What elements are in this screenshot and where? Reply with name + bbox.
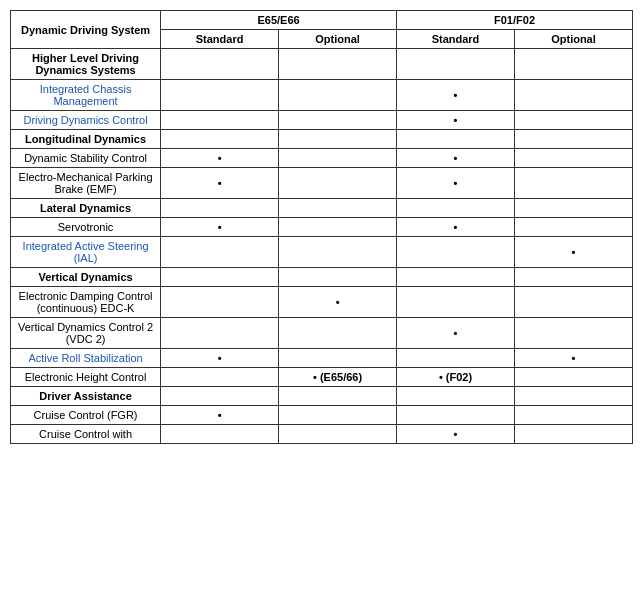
- row-label-electronic-damping: Electronic Damping Control (continuous) …: [11, 287, 161, 318]
- cell-vertical-dynamics-control-e65std: [161, 318, 279, 349]
- row-label-vertical-dynamics: Vertical Dynamics: [11, 268, 161, 287]
- cell-servotronic-f01opt: [514, 218, 632, 237]
- row-label-cruise-control-fgr: Cruise Control (FGR): [11, 406, 161, 425]
- cell-vertical-dynamics-control-e65opt: [279, 318, 397, 349]
- cell-servotronic-f01std: •: [397, 218, 515, 237]
- cell-cruise-control-with-f01opt: [514, 425, 632, 444]
- cell-driver-assistance-e65std: [161, 387, 279, 406]
- header-f0102: F01/F02: [397, 11, 633, 30]
- table-row: Higher Level Driving Dynamics Systems: [11, 49, 633, 80]
- table-row: Dynamic Stability Control••: [11, 149, 633, 168]
- cell-active-roll-f01std: [397, 349, 515, 368]
- table-row: Driving Dynamics Control•: [11, 111, 633, 130]
- row-label-electro-mechanical: Electro-Mechanical Parking Brake (EMF): [11, 168, 161, 199]
- cell-cruise-control-fgr-f01std: [397, 406, 515, 425]
- cell-integrated-chassis-f01opt: [514, 80, 632, 111]
- cell-electronic-damping-f01std: [397, 287, 515, 318]
- cell-driving-dynamics-e65std: [161, 111, 279, 130]
- table-row: Lateral Dynamics: [11, 199, 633, 218]
- cell-driving-dynamics-f01std: •: [397, 111, 515, 130]
- cell-vertical-dynamics-f01opt: [514, 268, 632, 287]
- cell-cruise-control-fgr-e65std: •: [161, 406, 279, 425]
- table-row: Electronic Height Control• (E65/66)• (F0…: [11, 368, 633, 387]
- cell-integrated-active-steering-e65std: [161, 237, 279, 268]
- cell-dynamic-stability-f01opt: [514, 149, 632, 168]
- cell-electro-mechanical-e65opt: [279, 168, 397, 199]
- row-label-active-roll: Active Roll Stabilization: [11, 349, 161, 368]
- table-row: Vertical Dynamics Control 2 (VDC 2)•: [11, 318, 633, 349]
- dynamic-driving-table: Dynamic Driving System E65/E66 F01/F02 S…: [10, 10, 633, 444]
- cell-lateral-dynamics-e65std: [161, 199, 279, 218]
- cell-longitudinal-f01std: [397, 130, 515, 149]
- table-row: Longitudinal Dynamics: [11, 130, 633, 149]
- table-row: Cruise Control (FGR)•: [11, 406, 633, 425]
- row-label-integrated-chassis: Integrated Chassis Management: [11, 80, 161, 111]
- cell-driving-dynamics-f01opt: [514, 111, 632, 130]
- cell-dynamic-stability-e65std: •: [161, 149, 279, 168]
- cell-integrated-chassis-e65opt: [279, 80, 397, 111]
- table-row: Active Roll Stabilization••: [11, 349, 633, 368]
- cell-driver-assistance-f01opt: [514, 387, 632, 406]
- cell-driving-dynamics-e65opt: [279, 111, 397, 130]
- cell-electronic-height-f01std: • (F02): [397, 368, 515, 387]
- cell-electro-mechanical-e65std: •: [161, 168, 279, 199]
- cell-vertical-dynamics-control-f01opt: [514, 318, 632, 349]
- cell-servotronic-e65opt: [279, 218, 397, 237]
- cell-lateral-dynamics-f01std: [397, 199, 515, 218]
- row-label-driver-assistance: Driver Assistance: [11, 387, 161, 406]
- cell-cruise-control-with-f01std: •: [397, 425, 515, 444]
- table-row: Electronic Damping Control (continuous) …: [11, 287, 633, 318]
- row-label-servotronic: Servotronic: [11, 218, 161, 237]
- row-label-longitudinal: Longitudinal Dynamics: [11, 130, 161, 149]
- row-label-cruise-control-with: Cruise Control with: [11, 425, 161, 444]
- cell-integrated-active-steering-e65opt: [279, 237, 397, 268]
- header-f01-standard: Standard: [397, 30, 515, 49]
- row-label-dynamic-stability: Dynamic Stability Control: [11, 149, 161, 168]
- header-system: Dynamic Driving System: [11, 11, 161, 49]
- header-e65-optional: Optional: [279, 30, 397, 49]
- cell-cruise-control-with-e65opt: [279, 425, 397, 444]
- table-row: Integrated Chassis Management•: [11, 80, 633, 111]
- header-f01-optional: Optional: [514, 30, 632, 49]
- cell-cruise-control-with-e65std: [161, 425, 279, 444]
- row-label-vertical-dynamics-control: Vertical Dynamics Control 2 (VDC 2): [11, 318, 161, 349]
- row-label-driving-dynamics: Driving Dynamics Control: [11, 111, 161, 130]
- table-row: Cruise Control with•: [11, 425, 633, 444]
- cell-higher-level-f01opt: [514, 49, 632, 80]
- header-e6566: E65/E66: [161, 11, 397, 30]
- cell-vertical-dynamics-e65opt: [279, 268, 397, 287]
- cell-cruise-control-fgr-e65opt: [279, 406, 397, 425]
- cell-electronic-height-e65opt: • (E65/66): [279, 368, 397, 387]
- cell-integrated-chassis-f01std: •: [397, 80, 515, 111]
- cell-electro-mechanical-f01opt: [514, 168, 632, 199]
- table-row: Vertical Dynamics: [11, 268, 633, 287]
- cell-lateral-dynamics-f01opt: [514, 199, 632, 218]
- cell-electro-mechanical-f01std: •: [397, 168, 515, 199]
- row-label-lateral-dynamics: Lateral Dynamics: [11, 199, 161, 218]
- cell-electronic-damping-e65std: [161, 287, 279, 318]
- table-row: Integrated Active Steering (IAL)•: [11, 237, 633, 268]
- header-e65-standard: Standard: [161, 30, 279, 49]
- cell-dynamic-stability-f01std: •: [397, 149, 515, 168]
- cell-active-roll-e65std: •: [161, 349, 279, 368]
- cell-cruise-control-fgr-f01opt: [514, 406, 632, 425]
- cell-integrated-active-steering-f01std: [397, 237, 515, 268]
- cell-longitudinal-e65opt: [279, 130, 397, 149]
- cell-vertical-dynamics-f01std: [397, 268, 515, 287]
- cell-integrated-active-steering-f01opt: •: [514, 237, 632, 268]
- cell-higher-level-f01std: [397, 49, 515, 80]
- cell-driver-assistance-e65opt: [279, 387, 397, 406]
- cell-servotronic-e65std: •: [161, 218, 279, 237]
- cell-driver-assistance-f01std: [397, 387, 515, 406]
- cell-electronic-damping-e65opt: •: [279, 287, 397, 318]
- cell-longitudinal-f01opt: [514, 130, 632, 149]
- cell-higher-level-e65std: [161, 49, 279, 80]
- cell-electronic-height-e65std: [161, 368, 279, 387]
- cell-higher-level-e65opt: [279, 49, 397, 80]
- cell-lateral-dynamics-e65opt: [279, 199, 397, 218]
- cell-longitudinal-e65std: [161, 130, 279, 149]
- cell-electronic-damping-f01opt: [514, 287, 632, 318]
- table-row: Driver Assistance: [11, 387, 633, 406]
- cell-vertical-dynamics-e65std: [161, 268, 279, 287]
- cell-active-roll-f01opt: •: [514, 349, 632, 368]
